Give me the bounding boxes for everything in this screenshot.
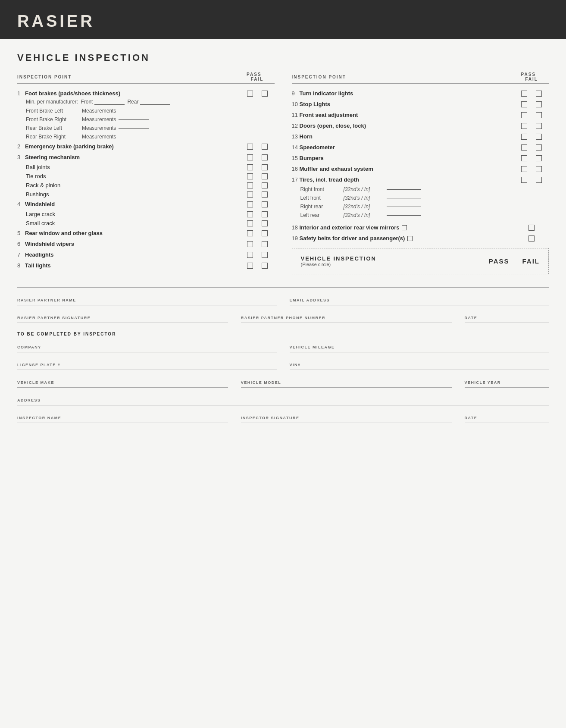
bushings-row: Bushings (17, 190, 275, 199)
item-9-label: Turn indicator lights (300, 90, 515, 97)
small-crack-pass-checkbox[interactable] (247, 220, 253, 226)
vin-label: VIN# (290, 363, 549, 367)
mileage-field[interactable]: VEHICLE MILEAGE (290, 339, 549, 352)
item-2-fail-checkbox[interactable] (262, 144, 268, 150)
partner-name-field[interactable]: RASIER PARTNER NAME (17, 292, 277, 305)
ball-joints-pass-checkbox[interactable] (247, 164, 253, 170)
item-6-fail-checkbox[interactable] (262, 241, 268, 247)
date-field[interactable]: DATE (465, 310, 549, 323)
item-19-inline-checkbox[interactable] (407, 236, 413, 241)
rack-pinion-fail-checkbox[interactable] (262, 182, 268, 188)
item-12-fail-checkbox[interactable] (536, 123, 542, 129)
fbl-line (119, 111, 149, 111)
item-18-inline-checkbox[interactable] (402, 225, 407, 230)
item-2-pass-checkbox[interactable] (247, 144, 253, 150)
large-crack-pass-checkbox[interactable] (247, 211, 253, 217)
item-11-pass-checkbox[interactable] (521, 112, 527, 118)
item-14-fail-checkbox[interactable] (536, 144, 542, 151)
item-10-fail-checkbox[interactable] (536, 101, 542, 107)
item-13-checkboxes (514, 134, 549, 140)
item-7-label: Headlights (25, 251, 240, 258)
item-1-pass-checkbox[interactable] (247, 91, 253, 97)
item-7-pass-checkbox[interactable] (247, 252, 253, 258)
vin-field[interactable]: VIN# (290, 357, 549, 370)
rear-brake-right-row: Rear Brake Right Measurements (17, 132, 275, 141)
email-label: EMAIL ADDRESS (290, 298, 549, 302)
item-10-pass-checkbox[interactable] (521, 101, 527, 107)
item-13-pass-checkbox[interactable] (521, 134, 527, 140)
item-8-pass-checkbox[interactable] (247, 263, 253, 269)
partner-sig-field[interactable]: RASIER PARTNER SIGNATURE (17, 310, 228, 323)
item-5-fail-checkbox[interactable] (262, 230, 268, 236)
email-field[interactable]: EMAIL ADDRESS (290, 292, 549, 305)
partner-row: RASIER PARTNER NAME EMAIL ADDRESS (17, 292, 549, 305)
model-field[interactable]: VEHICLE MODEL (241, 374, 452, 388)
item-9-pass-checkbox[interactable] (521, 91, 527, 97)
right-pass-label: PASS FAIL (514, 72, 549, 82)
make-field[interactable]: VEHICLE MAKE (17, 374, 228, 388)
fi-options: PASS FAIL (489, 257, 540, 265)
item-17-pass-checkbox[interactable] (521, 177, 527, 183)
rack-pinion-pass-checkbox[interactable] (247, 182, 253, 188)
item-13-label: Horn (300, 133, 515, 140)
item-1-fail-checkbox[interactable] (262, 91, 268, 97)
item-12-num: 12 (292, 122, 300, 129)
item-19-num: 19 (292, 235, 300, 242)
main-content: VEHICLE INSPECTION INSPECTION POINT PASS… (0, 39, 566, 436)
item-11-fail-checkbox[interactable] (536, 112, 542, 118)
large-crack-fail-checkbox[interactable] (262, 211, 268, 217)
item-16-pass-checkbox[interactable] (521, 166, 527, 172)
address-field[interactable]: ADDRESS (17, 392, 549, 405)
item-16-fail-checkbox[interactable] (536, 166, 542, 172)
plate-label: LICENSE PLATE # (17, 363, 277, 367)
item-16-label: Muffler and exhaust system (300, 166, 515, 172)
bushings-pass-checkbox[interactable] (247, 191, 253, 198)
item-7-checkboxes (240, 252, 275, 258)
item-11-row: 11 Front seat adjustment (292, 110, 549, 120)
phone-field[interactable]: RASIER PARTNER PHONE NUMBER (241, 310, 452, 323)
item-15-pass-checkbox[interactable] (521, 155, 527, 161)
rbr-meas: Measurements (82, 134, 149, 140)
item-12-pass-checkbox[interactable] (521, 123, 527, 129)
item-7-fail-checkbox[interactable] (262, 252, 268, 258)
tie-rods-pass-checkbox[interactable] (247, 173, 253, 179)
item-14-pass-checkbox[interactable] (521, 144, 527, 151)
right-column: INSPECTION POINT PASS FAIL 9 Turn indica… (292, 72, 549, 274)
year-field[interactable]: VEHICLE YEAR (465, 374, 549, 388)
item-6-pass-checkbox[interactable] (247, 241, 253, 247)
item-13-row: 13 Horn (292, 131, 549, 142)
plate-field[interactable]: LICENSE PLATE # (17, 357, 277, 370)
front-brake-right-row: Front Brake Right Measurements (17, 115, 275, 124)
tie-rods-label: Tie rods (26, 173, 240, 179)
bushings-fail-checkbox[interactable] (262, 191, 268, 198)
inspector-sig-field[interactable]: INSPECTOR SIGNATURE (241, 410, 452, 423)
fi-fail-label[interactable]: FAIL (522, 257, 540, 265)
item-15-label: Bumpers (300, 155, 515, 161)
tie-rods-fail-checkbox[interactable] (262, 173, 268, 179)
item-14-checkboxes (514, 144, 549, 151)
company-row: COMPANY VEHICLE MILEAGE (17, 339, 549, 352)
tire-left-front-row: Left front [32nd's / In] (292, 194, 549, 202)
inspector-date-field[interactable]: DATE (465, 410, 549, 423)
item-4-fail-checkbox[interactable] (262, 201, 268, 207)
ball-joints-fail-checkbox[interactable] (262, 164, 268, 170)
small-crack-label: Small crack (26, 220, 240, 226)
item-3-fail-checkbox[interactable] (262, 154, 268, 160)
company-field[interactable]: COMPANY (17, 339, 277, 352)
item-3-pass-checkbox[interactable] (247, 154, 253, 160)
item-10-num: 10 (292, 101, 300, 107)
item-17-fail-checkbox[interactable] (536, 177, 542, 183)
item-8-checkboxes (240, 263, 275, 269)
small-crack-fail-checkbox[interactable] (262, 220, 268, 226)
year-label: VEHICLE YEAR (465, 380, 549, 385)
item-15-fail-checkbox[interactable] (536, 155, 542, 161)
item-5-pass-checkbox[interactable] (247, 230, 253, 236)
item-9-fail-checkbox[interactable] (536, 91, 542, 97)
item-4-pass-checkbox[interactable] (247, 201, 253, 207)
item-19-fail-checkbox[interactable] (528, 235, 535, 242)
item-18-fail-checkbox[interactable] (528, 225, 535, 231)
item-8-fail-checkbox[interactable] (262, 263, 268, 269)
fi-pass-label[interactable]: PASS (489, 257, 510, 265)
inspector-name-field[interactable]: INSPECTOR NAME (17, 410, 228, 423)
item-13-fail-checkbox[interactable] (536, 134, 542, 140)
